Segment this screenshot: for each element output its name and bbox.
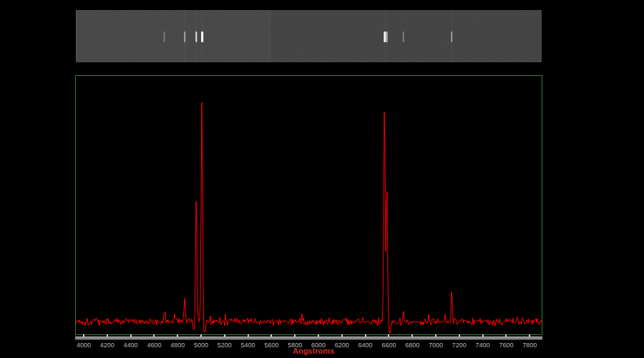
x-axis-tick (270, 334, 272, 337)
x-tick-label: 4000 (77, 342, 91, 349)
x-axis-tick (459, 334, 460, 337)
emission-line-mark (451, 32, 452, 42)
x-axis-tick (294, 334, 296, 337)
x-axis-tick (505, 334, 507, 337)
emission-line-mark (384, 32, 386, 42)
emission-line-mark (403, 32, 404, 42)
x-axis-tick (529, 334, 530, 337)
spectrum-plot-frame[interactable] (75, 75, 542, 335)
x-tick-label: 4200 (100, 342, 114, 349)
emission-line-mark (386, 32, 388, 42)
spectrum-strip-canvas (76, 10, 542, 62)
x-axis-tick (411, 334, 413, 337)
x-tick-label: 4400 (124, 342, 138, 349)
x-axis-tick (248, 334, 249, 337)
emission-line-mark (184, 32, 185, 42)
emission-line-mark (164, 32, 165, 42)
x-axis-tick (83, 334, 84, 337)
x-tick-label: 7800 (522, 342, 537, 349)
x-axis-tick (224, 334, 225, 337)
x-axis-tick (318, 334, 319, 337)
x-axis-tick (388, 334, 389, 337)
x-axis-bar (75, 337, 542, 340)
x-tick-label: 6600 (381, 342, 396, 349)
x-axis-unit-label: Angstroms (293, 347, 334, 355)
x-axis-tick (177, 334, 178, 337)
x-tick-label: 6400 (358, 342, 373, 349)
x-tick-label: 7400 (476, 342, 490, 349)
emission-line-mark (201, 32, 203, 42)
x-axis-tick (482, 334, 484, 337)
x-tick-label: 4800 (170, 342, 185, 349)
x-axis-tick (341, 334, 343, 337)
x-axis-tick (130, 334, 132, 337)
x-axis-tick (200, 334, 202, 337)
strip-seam-line (270, 10, 270, 62)
x-axis-tick (153, 334, 155, 337)
x-tick-label: 7000 (429, 342, 443, 349)
x-tick-label: 7600 (499, 342, 513, 349)
x-tick-label: 6800 (405, 342, 419, 349)
spectrum-plot-canvas (76, 76, 542, 334)
x-axis-tick (435, 334, 436, 337)
x-axis-tick (365, 334, 366, 337)
emission-line-mark (195, 32, 197, 42)
spectrum-strip-image[interactable] (76, 10, 542, 62)
x-tick-label: 5600 (264, 342, 278, 349)
x-tick-label: 7200 (452, 342, 467, 349)
x-tick-label: 6200 (335, 342, 349, 349)
strip-left-half-shade (76, 10, 270, 62)
x-tick-label: 5000 (194, 342, 208, 349)
spectrum-trace (76, 102, 542, 334)
x-tick-label: 5400 (241, 342, 255, 349)
app-viewport: 4000420044004600480050005200540056005800… (0, 0, 644, 358)
x-tick-label: 4600 (147, 342, 161, 349)
x-axis-tick (107, 334, 108, 337)
strip-left-edge-line (76, 10, 77, 62)
x-tick-label: 5200 (218, 342, 232, 349)
